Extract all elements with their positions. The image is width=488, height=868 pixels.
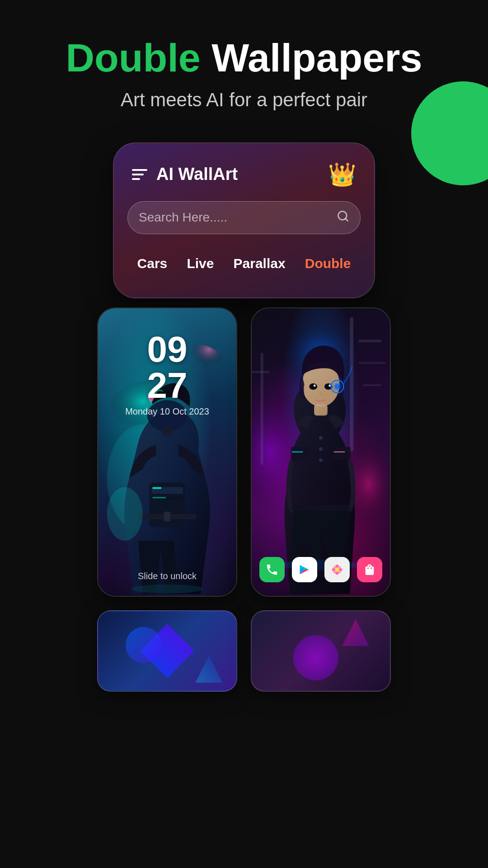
svg-point-52 — [335, 567, 339, 571]
app-dock — [259, 557, 382, 582]
preview-small-right[interactable] — [251, 610, 391, 692]
hamburger-menu-icon[interactable] — [132, 169, 147, 180]
svg-rect-40 — [334, 451, 345, 453]
crown-icon[interactable]: 👑 — [328, 161, 356, 188]
svg-rect-18 — [350, 317, 353, 451]
svg-rect-38 — [333, 447, 351, 460]
wallpapers-section: 09 27 Monday 10 Oct 2023 Slide to unlock — [0, 307, 488, 692]
svg-point-36 — [319, 458, 323, 462]
search-placeholder: Search Here..... — [139, 210, 227, 225]
svg-point-27 — [314, 384, 316, 387]
lock-time: 09 27 Monday 10 Oct 2023 — [98, 331, 236, 417]
slide-unlock-text: Slide to unlock — [98, 571, 236, 581]
page-wrapper: Double Wallpapers Art meets AI for a per… — [0, 0, 488, 868]
lock-screen-preview[interactable]: 09 27 Monday 10 Oct 2023 Slide to unlock — [97, 307, 237, 597]
shop-app-icon[interactable] — [357, 557, 382, 582]
app-name: AI WallArt — [156, 165, 238, 184]
svg-rect-22 — [261, 353, 263, 465]
svg-point-13 — [107, 487, 143, 540]
svg-point-14 — [131, 584, 203, 593]
tab-cars[interactable]: Cars — [130, 252, 175, 275]
svg-point-34 — [319, 436, 323, 439]
svg-rect-9 — [152, 487, 161, 489]
svg-rect-5 — [162, 427, 173, 436]
wallpapers-row-1: 09 27 Monday 10 Oct 2023 Slide to unlock — [18, 307, 470, 597]
tab-double[interactable]: Double — [298, 252, 358, 275]
home-screen-preview[interactable] — [251, 307, 391, 597]
tab-parallax[interactable]: Parallax — [226, 252, 293, 275]
svg-point-28 — [328, 384, 331, 387]
wallpapers-row-2 — [18, 610, 470, 692]
svg-point-35 — [319, 447, 323, 451]
search-bar[interactable]: Search Here..... — [127, 201, 361, 234]
hero-section: Double Wallpapers Art meets AI for a per… — [0, 0, 488, 133]
tab-live[interactable]: Live — [179, 252, 221, 275]
lock-date: Monday 10 Oct 2023 — [98, 406, 236, 417]
app-header-left: AI WallArt — [132, 165, 238, 184]
svg-rect-37 — [291, 447, 309, 460]
search-icon[interactable] — [337, 210, 349, 226]
svg-rect-41 — [292, 505, 350, 511]
lock-hour: 09 — [98, 331, 236, 368]
svg-rect-19 — [359, 340, 381, 342]
svg-rect-20 — [359, 362, 385, 364]
phone-mockup: AI WallArt 👑 Search Here..... Cars Live — [113, 142, 375, 298]
svg-rect-21 — [363, 384, 381, 386]
svg-rect-23 — [252, 371, 269, 373]
playstore-app-icon[interactable] — [292, 557, 317, 582]
svg-rect-33 — [314, 404, 328, 415]
svg-rect-10 — [152, 497, 166, 498]
home-char-painting — [252, 308, 390, 596]
preview-small-left[interactable] — [97, 610, 237, 692]
title-green: Double — [66, 35, 201, 80]
svg-point-25 — [309, 383, 317, 390]
hero-title: Double Wallpapers — [27, 36, 461, 80]
title-white: Wallpapers — [211, 35, 422, 80]
category-tabs: Cars Live Parallax Double — [127, 248, 361, 284]
phone-mockup-container: AI WallArt 👑 Search Here..... Cars Live — [0, 142, 488, 298]
svg-point-31 — [335, 384, 340, 389]
svg-rect-12 — [164, 512, 170, 522]
flower-app-icon[interactable] — [324, 557, 350, 582]
lock-minute: 27 — [98, 368, 236, 404]
hero-subtitle: Art meets AI for a perfect pair — [27, 89, 461, 111]
svg-rect-39 — [292, 451, 303, 453]
app-header: AI WallArt 👑 — [127, 161, 361, 188]
phone-app-icon[interactable] — [259, 557, 285, 582]
